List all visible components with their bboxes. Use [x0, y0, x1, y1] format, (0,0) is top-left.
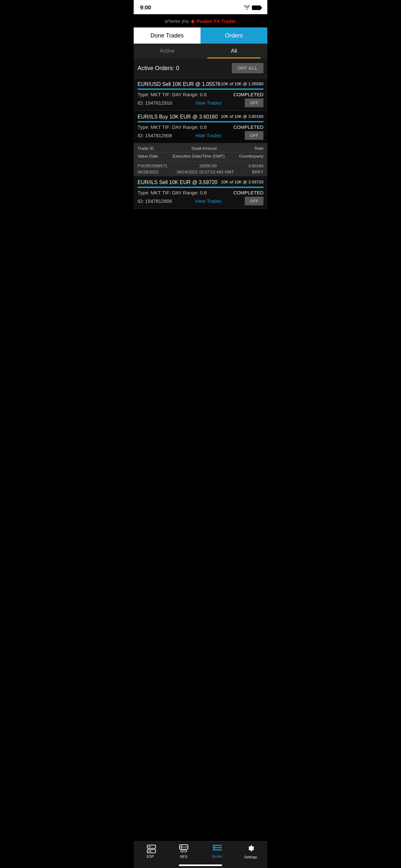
wifi-icon — [244, 5, 250, 11]
order-1-progress-fill — [137, 89, 264, 90]
order-3-type-info: Type: MKT TIF: DAY Range: 0.8 — [137, 190, 207, 195]
order-3-id-row: ID: 1547812906 View Trades OFF — [137, 197, 264, 206]
order-3-pair-info: EUR/ILS Sell 10K EUR @ 3.59720 — [137, 180, 217, 185]
order-2-progress-fill — [137, 121, 264, 122]
trade-rate-value: 3.60160 — [248, 163, 264, 168]
order-2-progress-bar — [137, 121, 264, 122]
off-all-button[interactable]: OFF ALL — [232, 63, 264, 73]
signal-dots-icon: ··· — [238, 6, 242, 10]
trade-counterparty: BRKY — [252, 169, 264, 175]
trades-detail-order-2: Trade ID Dealt Amount Rate Value Date Ex… — [134, 144, 267, 176]
order-2-top-row: EUR/ILS Buy 10K EUR @ 3.60160 10K of 10K… — [137, 114, 264, 120]
brand-hebrew-text: בנק הפועלים — [165, 19, 189, 24]
order-1-fill-info: 10K of 10K @ 1.05580 — [221, 82, 264, 86]
order-3-status: COMPLETED — [234, 190, 264, 195]
col-dealt-amount-header: Dealt Amount — [154, 146, 254, 151]
order-3-type-row: Type: MKT TIF: DAY Range: 0.8 COMPLETED — [137, 190, 264, 195]
order-2-hide-trades[interactable]: Hide Trades — [195, 133, 221, 138]
main-content: Active Orders: 0 OFF ALL EUR/USD Sell 10… — [134, 58, 267, 236]
status-time: 9:00 — [140, 4, 151, 11]
col-value-date-header: Value Date — [137, 154, 158, 159]
battery-icon — [252, 5, 261, 10]
order-1-top-row: EUR/USD Sell 10K EUR @ 1.05576 10K of 10… — [137, 82, 264, 87]
order-card-3: EUR/ILS Sell 10K EUR @ 3.59720 10K of 10… — [134, 176, 267, 209]
order-1-type-row: Type: MKT TIF: DAY Range: 0.8 COMPLETED — [137, 92, 264, 97]
main-tabs: Done Trades Orders — [134, 27, 267, 43]
order-1-id: ID: 1547812910 — [137, 100, 172, 105]
order-3-fill-info: 10K of 10K @ 3.59720 — [221, 180, 264, 184]
trade-exec-datetime: 06/24/2022 15:07:22:493 GMT — [158, 169, 252, 175]
trade-value-date: 06/28/2022 — [137, 169, 158, 175]
order-3-off-button[interactable]: OFF — [245, 197, 264, 206]
col-trade-id-header: Trade ID — [137, 146, 154, 151]
col-exec-datetime-header: Execution Date/Time (GMT) — [158, 154, 239, 159]
order-2-off-button[interactable]: OFF — [245, 131, 264, 140]
order-2-fill-info: 10K of 10K @ 3.60160 — [221, 114, 264, 119]
order-card-2: EUR/ILS Buy 10K EUR @ 3.60160 10K of 10K… — [134, 111, 267, 144]
order-3-id: ID: 1547812906 — [137, 198, 172, 204]
order-2-id-row: ID: 1547812908 Hide Trades OFF — [137, 131, 264, 140]
order-1-id-row: ID: 1547812910 View Trades OFF — [137, 98, 264, 107]
trade-entry-1-top: FXI2952589571 10000.00 3.60160 — [134, 161, 267, 169]
app-header: בנק הפועלים ◆ Poalim FX Trader — [134, 14, 267, 27]
order-1-progress-bar — [137, 89, 264, 90]
trade-entry-1: FXI2952589571 10000.00 3.60160 06/28/202… — [134, 161, 267, 176]
trade-dealt-amount-value: 10000.00 — [167, 163, 248, 168]
brand-name: Poalim FX Trader — [197, 19, 236, 24]
trades-table-subheader: Value Date Execution Date/Time (GMT) Cou… — [134, 152, 267, 161]
order-3-progress-bar — [137, 187, 264, 188]
trade-id-value: FXI2952589571 — [137, 163, 167, 168]
status-icons: ··· — [238, 5, 261, 11]
order-1-type-info: Type: MKT TIF: DAY Range: 0.8 — [137, 92, 207, 97]
active-orders-count: Active Orders: 0 — [137, 65, 179, 72]
order-1-off-button[interactable]: OFF — [245, 98, 264, 107]
trade-entry-1-bottom: 06/28/2022 06/24/2022 15:07:22:493 GMT B… — [134, 169, 267, 176]
brand-diamond-icon: ◆ — [191, 18, 195, 24]
sub-tab-active[interactable]: Active — [134, 43, 201, 58]
order-2-type-info: Type: MKT TIF: DAY Range: 0.8 — [137, 124, 207, 130]
order-1-pair-info: EUR/USD Sell 10K EUR @ 1.05576 — [137, 82, 220, 87]
order-1-view-trades[interactable]: View Trades — [195, 100, 221, 105]
order-2-type-row: Type: MKT TIF: DAY Range: 0.8 COMPLETED — [137, 124, 264, 130]
tab-orders[interactable]: Orders — [201, 27, 267, 43]
active-orders-bar: Active Orders: 0 OFF ALL — [134, 58, 267, 78]
order-2-status: COMPLETED — [234, 124, 264, 130]
order-3-top-row: EUR/ILS Sell 10K EUR @ 3.59720 10K of 10… — [137, 180, 264, 185]
order-1-status: COMPLETED — [234, 92, 264, 97]
status-bar: 9:00 ··· — [134, 0, 267, 14]
header-brand: בנק הפועלים ◆ Poalim FX Trader — [134, 18, 267, 24]
sub-tab-all[interactable]: All — [201, 43, 267, 58]
order-card-1: EUR/USD Sell 10K EUR @ 1.05576 10K of 10… — [134, 78, 267, 111]
sub-tabs: Active All — [134, 43, 267, 58]
tab-done-trades[interactable]: Done Trades — [134, 27, 201, 43]
col-rate-header: Rate — [255, 146, 264, 151]
order-3-progress-fill — [137, 187, 264, 188]
order-3-view-trades[interactable]: View Trades — [195, 198, 221, 204]
order-2-pair-info: EUR/ILS Buy 10K EUR @ 3.60160 — [137, 114, 218, 120]
trades-table-header: Trade ID Dealt Amount Rate — [134, 144, 267, 152]
col-counterparty-header: Counterparty — [239, 154, 264, 159]
order-2-id: ID: 1547812908 — [137, 133, 172, 138]
